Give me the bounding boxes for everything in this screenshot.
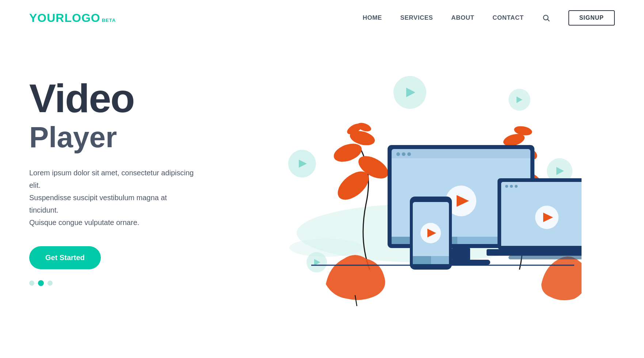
nav-home[interactable]: HOME bbox=[363, 14, 382, 22]
hero-title-video: Video bbox=[29, 78, 219, 118]
hero-title-player: Player bbox=[29, 121, 219, 153]
svg-line-1 bbox=[548, 19, 549, 21]
hero-illustration bbox=[219, 54, 615, 310]
hero-section: Video Player Lorem ipsum dolor sit amet,… bbox=[0, 36, 644, 335]
hero-left: Video Player Lorem ipsum dolor sit amet,… bbox=[29, 78, 219, 286]
svg-point-55 bbox=[505, 185, 508, 188]
nav-services[interactable]: SERVICES bbox=[400, 14, 433, 22]
search-button[interactable] bbox=[542, 14, 550, 22]
svg-point-56 bbox=[510, 185, 513, 188]
svg-point-0 bbox=[543, 15, 548, 20]
svg-point-37 bbox=[407, 152, 411, 156]
svg-rect-48 bbox=[424, 199, 438, 202]
hero-description: Lorem ipsum dolor sit amet, consectetur … bbox=[29, 167, 197, 229]
logo-beta: BETA bbox=[102, 18, 116, 23]
logo-text: YOURLOGO bbox=[29, 11, 100, 25]
svg-rect-52 bbox=[413, 256, 431, 264]
nav-about[interactable]: ABOUT bbox=[451, 14, 474, 22]
main-nav: HOME SERVICES ABOUT CONTACT SIGNUP bbox=[363, 10, 615, 26]
illustration-svg bbox=[253, 58, 582, 306]
logo[interactable]: YOURLOGO BETA bbox=[29, 11, 116, 25]
svg-rect-43 bbox=[452, 248, 470, 260]
svg-point-35 bbox=[396, 152, 400, 156]
dot-1[interactable] bbox=[29, 281, 34, 286]
svg-point-4 bbox=[289, 239, 362, 257]
svg-point-36 bbox=[402, 152, 405, 156]
dot-3[interactable] bbox=[47, 281, 53, 286]
svg-point-57 bbox=[515, 185, 518, 188]
carousel-dots bbox=[29, 280, 219, 286]
get-started-button[interactable]: Get Started bbox=[29, 246, 101, 269]
dot-2[interactable] bbox=[38, 280, 44, 286]
header: YOURLOGO BETA HOME SERVICES ABOUT CONTAC… bbox=[0, 0, 644, 36]
search-icon bbox=[542, 14, 550, 22]
svg-rect-62 bbox=[508, 256, 582, 259]
svg-rect-61 bbox=[487, 249, 582, 256]
nav-contact[interactable]: CONTACT bbox=[492, 14, 523, 22]
signup-button[interactable]: SIGNUP bbox=[568, 10, 615, 26]
